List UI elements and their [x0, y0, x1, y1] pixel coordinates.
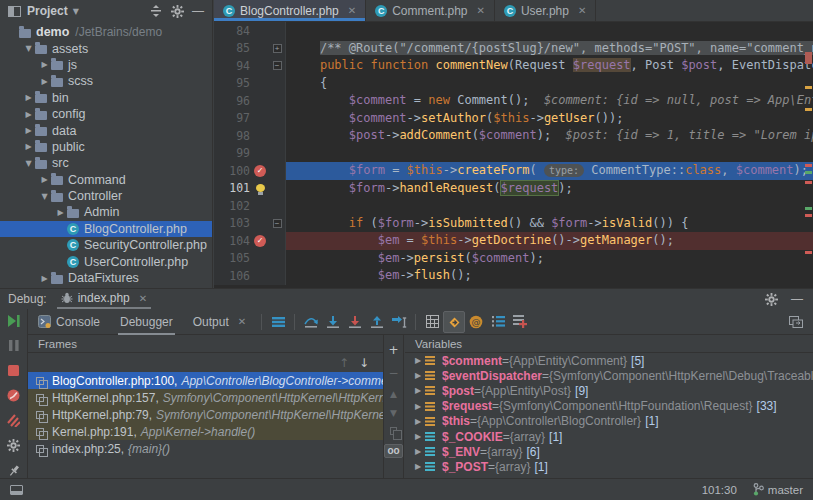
gutter[interactable]: 84: [214, 22, 286, 40]
frame-row[interactable]: HttpKernel.php:157,Symfony\Component\Htt…: [28, 389, 383, 406]
lightbulb-icon[interactable]: [256, 184, 265, 192]
step-over-icon[interactable]: [300, 311, 322, 333]
variable-row[interactable]: ▶$request = {Symfony\Component\HttpFound…: [405, 399, 813, 414]
chevron-closed-icon[interactable]: ▶: [38, 60, 51, 69]
close-icon[interactable]: ✕: [348, 5, 356, 16]
expand-arrow-icon[interactable]: ▶: [411, 402, 425, 411]
code-line-97[interactable]: 97 $comment->setAuthor($this->getUser())…: [214, 110, 813, 128]
fold-collapse-icon[interactable]: −: [273, 219, 282, 228]
code-line-95[interactable]: 95 {: [214, 75, 813, 93]
stripe-mark[interactable]: [805, 181, 812, 184]
code-text[interactable]: {: [286, 75, 813, 93]
stripe-mark[interactable]: [805, 214, 812, 217]
frame-row[interactable]: Kernel.php:191,App\Kernel->handle(): [28, 423, 383, 440]
tree-item-assets[interactable]: ▼assets: [0, 40, 212, 56]
close-icon[interactable]: ✕: [477, 5, 485, 16]
gear-icon[interactable]: [169, 3, 185, 19]
expand-arrow-icon[interactable]: ▶: [411, 386, 425, 395]
view-breakpoints-icon[interactable]: [3, 388, 25, 403]
gutter[interactable]: 106: [214, 267, 286, 285]
expand-arrow-icon[interactable]: ▶: [411, 462, 425, 471]
code-line-99[interactable]: 99: [214, 145, 813, 163]
threads-icon[interactable]: [267, 311, 289, 333]
chevron-closed-icon[interactable]: ▶: [38, 77, 51, 86]
chevron-closed-icon[interactable]: ▶: [38, 274, 51, 283]
expand-arrow-icon[interactable]: ▶: [411, 432, 425, 441]
expand-arrow-icon[interactable]: ▶: [411, 356, 425, 365]
code-text[interactable]: [286, 22, 813, 40]
chevron-closed-icon[interactable]: ▶: [54, 208, 67, 217]
copy-icon[interactable]: [390, 427, 397, 435]
debug-session-tab[interactable]: index.php ✕: [57, 289, 151, 309]
chevron-open-icon[interactable]: ▼: [22, 159, 35, 168]
resume-icon[interactable]: [3, 313, 25, 328]
hide-panel-icon[interactable]: —: [789, 291, 805, 307]
code-line-103[interactable]: 103− if ($form->isSubmitted() && $form->…: [214, 215, 813, 233]
gutter[interactable]: 99: [214, 145, 286, 163]
tree-item-command[interactable]: ▶Command: [0, 172, 212, 188]
show-execution-point-icon[interactable]: [443, 311, 465, 333]
watches-icon[interactable]: oo: [384, 444, 402, 458]
chevron-closed-icon[interactable]: ▶: [22, 142, 35, 151]
expand-arrow-icon[interactable]: ▶: [411, 447, 425, 456]
tree-item-controller[interactable]: ▼Controller: [0, 188, 212, 204]
pin-icon[interactable]: [3, 463, 25, 478]
fold-collapse-icon[interactable]: −: [273, 61, 282, 70]
code-line-101[interactable]: 101 $form->handleRequest($request);: [214, 180, 813, 198]
variable-row[interactable]: ▶$this = {App\Controller\BlogController}…: [405, 414, 813, 429]
tree-item-data[interactable]: ▶data: [0, 122, 212, 138]
editor-tab-blogcontroller-php[interactable]: CBlogController.php✕: [214, 0, 366, 21]
chevron-open-icon[interactable]: ▼: [22, 44, 35, 53]
gutter[interactable]: 102: [214, 197, 286, 215]
frame-row[interactable]: HttpKernel.php:79,Symfony\Component\Http…: [28, 406, 383, 423]
tree-item-src[interactable]: ▼src: [0, 155, 212, 171]
move-up-icon[interactable]: ▲: [390, 389, 397, 399]
code-text[interactable]: $form = $this->createForm( type: Comment…: [286, 162, 813, 180]
code-line-106[interactable]: 106 $em->flush();: [214, 267, 813, 285]
frame-row[interactable]: index.php:25,{main}(): [28, 440, 383, 457]
previous-frame-icon[interactable]: ↑: [339, 356, 349, 370]
debug-tab-console[interactable]: Console: [28, 309, 110, 335]
code-text[interactable]: $post->addComment($comment); $post: {id …: [286, 127, 813, 145]
listeners-icon[interactable]: @: [465, 311, 487, 333]
evaluate-expression-icon[interactable]: [421, 311, 443, 333]
tree-item-datafixtures[interactable]: ▶DataFixtures: [0, 270, 212, 286]
close-icon[interactable]: ✕: [578, 5, 586, 16]
code-text[interactable]: $form->handleRequest($request);: [286, 180, 813, 198]
chevron-open-icon[interactable]: ▼: [38, 192, 51, 201]
code-line-105[interactable]: 105 $em->persist($comment);: [214, 250, 813, 268]
force-step-into-icon[interactable]: [344, 311, 366, 333]
debug-tab-debugger[interactable]: Debugger: [110, 309, 183, 335]
editor-tab-user-php[interactable]: CUser.php✕: [495, 0, 596, 21]
gutter[interactable]: 98: [214, 127, 286, 145]
breakpoint-icon[interactable]: ✓: [254, 165, 266, 177]
expand-arrow-icon[interactable]: ▶: [411, 417, 425, 426]
fold-expand-icon[interactable]: +: [273, 44, 282, 53]
stop-icon[interactable]: [3, 363, 25, 378]
step-out-icon[interactable]: [366, 311, 388, 333]
tree-item-js[interactable]: ▶js: [0, 57, 212, 73]
code-line-104[interactable]: 104✓ $em = $this->getDoctrine()->getMana…: [214, 232, 813, 250]
chevron-down-icon[interactable]: ▼: [73, 7, 79, 16]
remove-icon[interactable]: −: [388, 366, 398, 380]
run-to-cursor-icon[interactable]: [388, 311, 410, 333]
gutter[interactable]: 101: [214, 180, 286, 198]
expand-arrow-icon[interactable]: ▶: [411, 371, 425, 380]
error-stripe[interactable]: [803, 44, 813, 288]
ordered-list-icon[interactable]: [487, 311, 509, 333]
stripe-mark[interactable]: [805, 52, 812, 64]
code-text[interactable]: $em->flush();: [286, 267, 813, 285]
code-text[interactable]: [286, 145, 813, 163]
code-area[interactable]: 8485+ /** @Route("/comment/{postSlug}/ne…: [214, 22, 813, 288]
gear-icon[interactable]: [763, 291, 779, 307]
breakpoint-icon[interactable]: ✓: [254, 235, 266, 247]
chevron-closed-icon[interactable]: ▶: [38, 175, 51, 184]
code-text[interactable]: [286, 197, 813, 215]
variable-row[interactable]: ▶$comment = {App\Entity\Comment}[5]: [405, 353, 813, 368]
tree-item-bin[interactable]: ▶bin: [0, 90, 212, 106]
stripe-mark[interactable]: [805, 108, 812, 111]
mute-breakpoints-icon[interactable]: [3, 413, 25, 428]
tree-item-securitycontroller-php[interactable]: CSecurityController.php: [0, 237, 212, 253]
add-watch-icon[interactable]: [509, 311, 531, 333]
code-text[interactable]: if ($form->isSubmitted() && $form->isVal…: [286, 215, 813, 233]
